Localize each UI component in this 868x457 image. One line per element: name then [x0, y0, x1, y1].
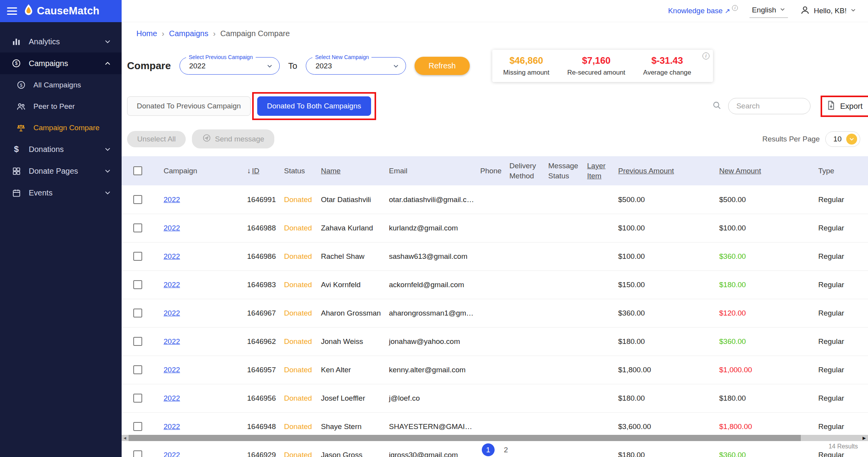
export-button[interactable]: Export [826, 100, 863, 113]
user-menu[interactable]: Hello, KB! [800, 5, 856, 17]
row-checkbox[interactable] [133, 223, 142, 232]
breadcrumb-home[interactable]: Home [136, 29, 157, 38]
row-email: otar.datiashvili@gmail.com [386, 185, 477, 214]
row-previous-amount: $1,800.00 [615, 356, 716, 384]
row-checkbox[interactable] [133, 337, 142, 346]
row-status: Donated [281, 299, 318, 327]
row-checkbox[interactable] [133, 309, 142, 317]
scrollbar-thumb[interactable] [129, 435, 801, 441]
knowledge-base-link[interactable]: Knowledge base ↗ i [668, 7, 738, 15]
sidebar-item-campaign-compare[interactable]: Campaign Compare [0, 117, 122, 138]
row-message-status [545, 185, 584, 214]
chevron-down-icon [104, 38, 112, 45]
campaign-link[interactable]: 2022 [164, 366, 180, 374]
breadcrumb-current: Campaign Compare [220, 29, 290, 38]
dollar-icon: $ [11, 145, 22, 153]
sidebar-item-label: Donate Pages [29, 167, 78, 176]
info-icon[interactable]: i [702, 52, 709, 59]
row-phone [477, 270, 506, 299]
select-all-checkbox[interactable] [133, 166, 142, 175]
sidebar-item-all-campaigns[interactable]: $ All Campaigns [0, 74, 122, 96]
row-delivery-method [506, 270, 545, 299]
row-new-amount: $180.00 [716, 384, 815, 412]
to-label: To [288, 61, 297, 71]
row-checkbox[interactable] [133, 280, 142, 289]
row-checkbox[interactable] [133, 365, 142, 374]
sidebar-item-donate-pages[interactable]: Donate Pages [0, 160, 122, 182]
send-message-label: Send message [215, 135, 264, 143]
results-per-page-select[interactable]: 10 [825, 131, 860, 147]
page-title: Compare [127, 60, 171, 72]
stat-missing-amount: $46,860 Missing amount [503, 55, 549, 77]
row-checkbox[interactable] [133, 252, 142, 261]
scroll-right-icon[interactable]: ► [861, 435, 867, 441]
page-1-button[interactable]: 1 [482, 443, 495, 456]
row-name: Jonah Weiss [318, 327, 386, 356]
sidebar-item-events[interactable]: Events [0, 182, 122, 204]
row-status: Donated [281, 356, 318, 384]
sidebar-item-campaigns[interactable]: $ Campaigns [0, 52, 122, 74]
col-message-status: Message Status [545, 156, 584, 185]
row-checkbox[interactable] [133, 422, 142, 431]
row-new-amount: $180.00 [716, 270, 815, 299]
stat-label: Average change [643, 69, 691, 77]
sidebar-item-label: All Campaigns [33, 81, 81, 89]
stat-label: Re-secured amount [567, 69, 625, 77]
brand: CauseMatch [23, 4, 99, 19]
sidebar-item-peer-to-peer[interactable]: Peer to Peer [0, 96, 122, 117]
col-name[interactable]: Name [318, 156, 386, 185]
sidebar-item-donations[interactable]: $ Donations [0, 138, 122, 160]
sidebar-item-label: Donations [29, 145, 64, 154]
campaign-link[interactable]: 2022 [164, 422, 180, 431]
row-message-status [545, 242, 584, 270]
row-status: Donated [281, 384, 318, 412]
new-campaign-select[interactable]: Select New Campaign 2023 [306, 57, 406, 75]
row-new-amount: $360.00 [716, 327, 815, 356]
sidebar-item-label: Peer to Peer [33, 102, 75, 111]
col-new-amount[interactable]: New Amount [716, 156, 815, 185]
previous-campaign-select[interactable]: Select Previous Campaign 2022 [180, 57, 280, 75]
horizontal-scrollbar[interactable]: ◄ ► [122, 435, 868, 441]
row-phone [477, 242, 506, 270]
col-previous-amount[interactable]: Previous Amount [615, 156, 716, 185]
row-type: Regular [815, 356, 868, 384]
tab-donated-both[interactable]: Donated To Both Campaigns [257, 96, 371, 116]
campaign-link[interactable]: 2022 [164, 394, 180, 402]
row-checkbox[interactable] [133, 394, 142, 403]
row-delivery-method [506, 327, 545, 356]
breadcrumb: Home › Campaigns › Campaign Compare [136, 29, 868, 38]
search-input[interactable] [728, 98, 810, 114]
hamburger-menu-icon[interactable] [7, 7, 17, 15]
stat-average-change: $-31.43 Average change [643, 55, 691, 77]
row-phone [477, 327, 506, 356]
col-layer-item[interactable]: Layer Item [584, 156, 615, 185]
knowledge-base-label: Knowledge base [668, 7, 723, 15]
language-label: English [752, 6, 776, 14]
send-message-button[interactable]: Send message [192, 129, 274, 148]
row-email: j@loef.co [386, 384, 477, 412]
campaign-link[interactable]: 2022 [164, 252, 180, 260]
sidebar-item-label: Events [29, 188, 52, 197]
app-root: CauseMatch Analytics $ Campaigns $ All C… [0, 0, 868, 457]
col-email: Email [386, 156, 477, 185]
sidebar-item-analytics[interactable]: Analytics [0, 31, 122, 52]
campaign-link[interactable]: 2022 [164, 337, 180, 345]
col-id[interactable]: ↓ID [244, 156, 281, 185]
row-type: Regular [815, 384, 868, 412]
unselect-all-button[interactable]: Unselect All [127, 131, 186, 147]
language-selector[interactable]: English [749, 4, 788, 18]
row-layer-item [584, 214, 615, 242]
campaign-link[interactable]: 2022 [164, 195, 180, 204]
col-campaign: Campaign [160, 156, 244, 185]
breadcrumb-campaigns[interactable]: Campaigns [169, 29, 208, 38]
calendar-icon [11, 188, 22, 198]
tab-donated-previous[interactable]: Donated To Previous Campaign [127, 96, 251, 116]
refresh-button[interactable]: Refresh [415, 57, 470, 75]
row-checkbox[interactable] [133, 195, 142, 204]
row-email: aharongrossman1@gmail... [386, 299, 477, 327]
campaign-link[interactable]: 2022 [164, 309, 180, 317]
scroll-left-icon[interactable]: ◄ [123, 436, 127, 440]
campaign-link[interactable]: 2022 [164, 281, 180, 289]
page-2-button[interactable]: 2 [504, 446, 508, 454]
campaign-link[interactable]: 2022 [164, 224, 180, 232]
